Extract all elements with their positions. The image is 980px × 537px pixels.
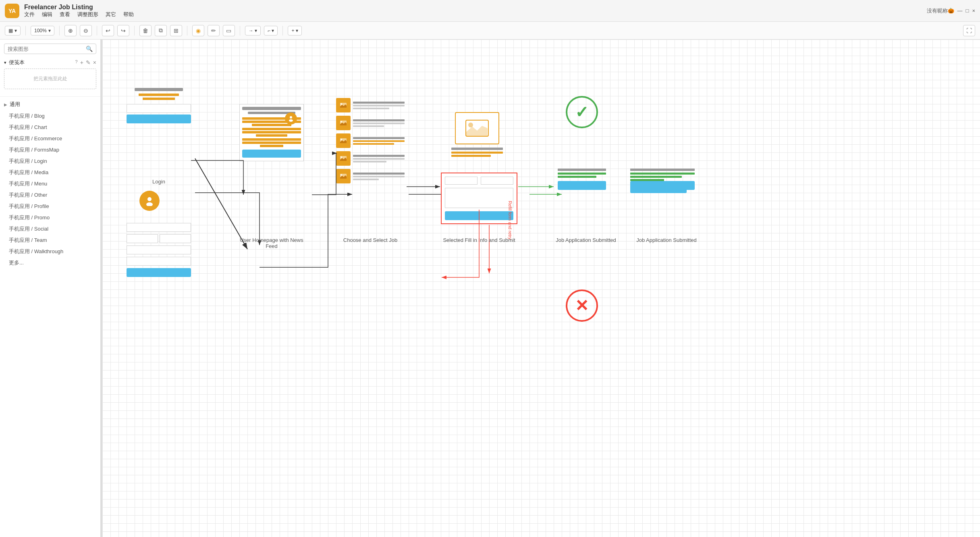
jt1-line1 bbox=[353, 102, 405, 104]
job-item-5 bbox=[336, 169, 405, 183]
layout-button[interactable]: ▦ ▾ bbox=[5, 26, 21, 35]
job-detail-image-icon bbox=[465, 119, 489, 137]
window-minimize[interactable]: — bbox=[957, 8, 963, 14]
sidebar-item-mobile-menu[interactable]: 手机应用 / Menu bbox=[0, 178, 100, 189]
svg-line-0 bbox=[195, 158, 247, 249]
fullscreen-button[interactable]: ⛶ bbox=[963, 25, 975, 36]
jt5-line3 bbox=[353, 179, 379, 180]
scratchpad-edit[interactable]: ✎ bbox=[86, 59, 91, 66]
job-text-2 bbox=[353, 119, 405, 127]
sidebar-item-mobile-promo[interactable]: 手机应用 / Promo bbox=[0, 212, 100, 223]
menu-other[interactable]: 其它 bbox=[106, 11, 116, 18]
sidebar-item-mobile-formsmap[interactable]: 手机应用 / FormsMap bbox=[0, 144, 100, 156]
sidebar-item-mobile-team[interactable]: 手机应用 / Team bbox=[0, 235, 100, 246]
form-input2a bbox=[127, 234, 158, 243]
scratchpad-header: ▾ 便笺本 ? + ✎ × bbox=[4, 59, 96, 66]
sidebar-sep bbox=[0, 96, 100, 97]
stroke-button[interactable]: ✏ bbox=[208, 25, 220, 36]
add-button[interactable]: + ▾ bbox=[288, 26, 302, 35]
jt4-line3 bbox=[353, 161, 386, 162]
delete-button[interactable]: 🗑 bbox=[139, 25, 152, 36]
sidebar-item-mobile-chart[interactable]: 手机应用 / Chart bbox=[0, 122, 100, 133]
jt4-line1 bbox=[353, 155, 405, 157]
add-arrow: ▾ bbox=[296, 28, 298, 33]
login-header-bar bbox=[135, 88, 183, 91]
sub-line2 bbox=[558, 176, 596, 178]
menu-bar[interactable]: 文件 编辑 查看 调整图形 其它 帮助 bbox=[24, 11, 134, 18]
sidebar-item-mobile-social[interactable]: 手机应用 / Social bbox=[0, 223, 100, 235]
window-close[interactable]: × bbox=[972, 8, 975, 14]
toolbar-right: ⛶ bbox=[963, 25, 975, 36]
menu-view[interactable]: 查看 bbox=[60, 11, 70, 18]
container-button[interactable]: ▭ bbox=[223, 25, 235, 36]
redo-button[interactable]: ↪ bbox=[117, 25, 129, 36]
user-name: 没有昵称🎃 bbox=[927, 7, 954, 15]
sidebar-item-mobile-ecommerce[interactable]: 手机应用 / Ecommerce bbox=[0, 133, 100, 144]
fi-top-fields bbox=[445, 177, 513, 185]
undo-button[interactable]: ↩ bbox=[102, 25, 114, 36]
stroke-icon: ✏ bbox=[211, 27, 216, 34]
zoom-value: 100% bbox=[34, 28, 47, 33]
scratchpad-close[interactable]: × bbox=[93, 59, 96, 66]
jt3-line1 bbox=[353, 137, 405, 139]
svg-point-19 bbox=[341, 139, 342, 140]
menu-file[interactable]: 文件 bbox=[24, 11, 35, 18]
scratchpad-section: ▾ 便笺本 ? + ✎ × 把元素拖至此处 bbox=[0, 56, 100, 95]
sidebar-item-general[interactable]: ▶ 通用 bbox=[0, 98, 100, 110]
toolbar-sep-5 bbox=[187, 26, 187, 35]
job-text-3 bbox=[353, 137, 405, 145]
window-maximize[interactable]: □ bbox=[966, 8, 969, 14]
copy-button[interactable]: ⧉ bbox=[155, 25, 167, 36]
jt2-line1 bbox=[353, 119, 405, 121]
scratchpad-label: 便笺本 bbox=[9, 59, 25, 66]
redo-icon: ↪ bbox=[121, 27, 126, 34]
fp-1 bbox=[630, 169, 695, 171]
sidebar-item-mobile-blog[interactable]: 手机应用 / Blog bbox=[0, 110, 100, 122]
canvas[interactable]: Login bbox=[102, 40, 980, 537]
final-label: Job Application Submitted bbox=[626, 237, 707, 243]
zoom-in-button[interactable]: ⊕ bbox=[64, 25, 77, 36]
scratchpad-arrow[interactable]: ▾ bbox=[4, 60, 6, 65]
zoom-out-button[interactable]: ⊖ bbox=[80, 25, 92, 36]
sidebar-item-mobile-walkthrough[interactable]: 手机应用 / Walkthrough bbox=[0, 246, 100, 257]
sidebar-item-mobile-media[interactable]: 手机应用 / Media bbox=[0, 167, 100, 178]
choose-job-label: Choose and Select Job bbox=[332, 237, 409, 243]
hp-feed5 bbox=[242, 131, 301, 133]
sidebar-item-more[interactable]: 更多... bbox=[0, 257, 100, 268]
job-icon-2 bbox=[336, 116, 351, 130]
arrow-straight-button[interactable]: → ▾ bbox=[245, 26, 261, 35]
search-icon[interactable]: 🔍 bbox=[86, 46, 93, 52]
app-icon: YA bbox=[5, 4, 19, 18]
job-text-4 bbox=[353, 155, 405, 162]
sidebar-item-mobile-profile[interactable]: 手机应用 / Profile bbox=[0, 201, 100, 212]
fi-field1 bbox=[445, 177, 478, 185]
zoom-level[interactable]: 100% ▾ bbox=[31, 26, 54, 35]
sidebar-item-mobile-login[interactable]: 手机应用 / Login bbox=[0, 156, 100, 167]
arrow-straight-icon: → ▾ bbox=[249, 28, 257, 33]
jt4-line2 bbox=[353, 158, 405, 160]
svg-point-8 bbox=[146, 202, 153, 206]
search-input[interactable] bbox=[8, 46, 86, 52]
menu-help[interactable]: 帮助 bbox=[123, 11, 134, 18]
search-bar[interactable]: 🔍 bbox=[4, 44, 96, 54]
login-input1 bbox=[127, 104, 191, 113]
menu-adjust[interactable]: 调整图形 bbox=[77, 11, 98, 18]
homepage-label: User Homepage with News Feed bbox=[235, 237, 308, 249]
svg-point-9 bbox=[290, 116, 292, 119]
sidebar-item-mobile-other[interactable]: 手机应用 / Other bbox=[0, 189, 100, 201]
delete-icon: 🗑 bbox=[143, 27, 148, 34]
scratchpad-add[interactable]: + bbox=[80, 59, 83, 66]
menu-edit[interactable]: 编辑 bbox=[42, 11, 52, 18]
svg-point-16 bbox=[341, 121, 342, 123]
paste-button[interactable]: ⊞ bbox=[170, 25, 182, 36]
toolbar-sep-4 bbox=[134, 26, 135, 35]
main-layout: 🔍 ▾ 便笺本 ? + ✎ × 把元素拖至此处 ▶ 通用 手机应用 / Blog… bbox=[0, 40, 980, 537]
arrow-bent-button[interactable]: ⌐ ▾ bbox=[264, 26, 278, 35]
app-title: Freelancer Job Listing bbox=[24, 4, 134, 11]
scratchpad-tools: ? + ✎ × bbox=[75, 59, 97, 66]
form-input2b bbox=[160, 234, 191, 243]
fill-button[interactable]: ◉ bbox=[192, 25, 204, 36]
undo-icon: ↩ bbox=[106, 27, 110, 34]
toolbar-sep-2 bbox=[59, 26, 60, 35]
scratchpad-help[interactable]: ? bbox=[75, 59, 78, 66]
